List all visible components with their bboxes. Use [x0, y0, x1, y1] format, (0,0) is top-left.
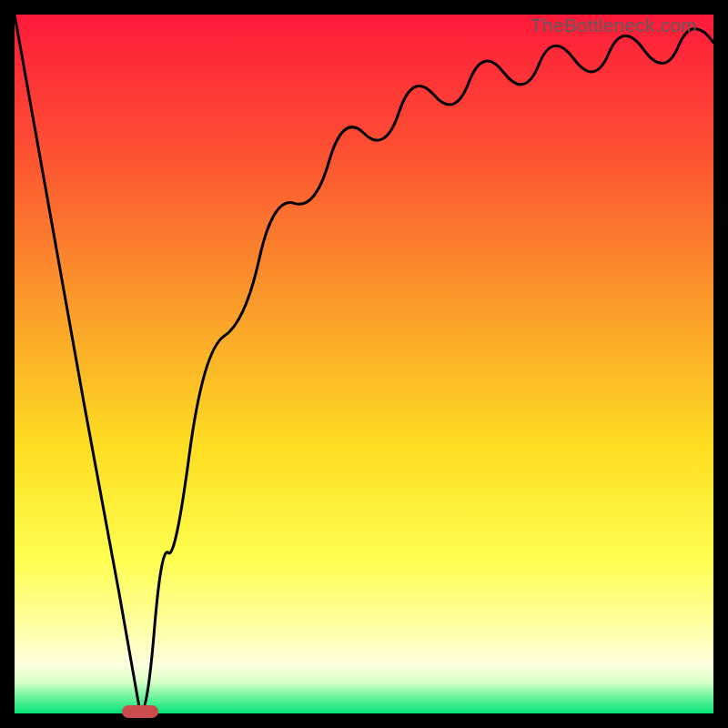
optimal-marker [122, 705, 158, 718]
chart-frame: TheBottleneck.com [15, 15, 713, 713]
watermark-text: TheBottleneck.com [531, 15, 697, 36]
plot-area [15, 15, 713, 713]
gradient-background [15, 15, 713, 713]
